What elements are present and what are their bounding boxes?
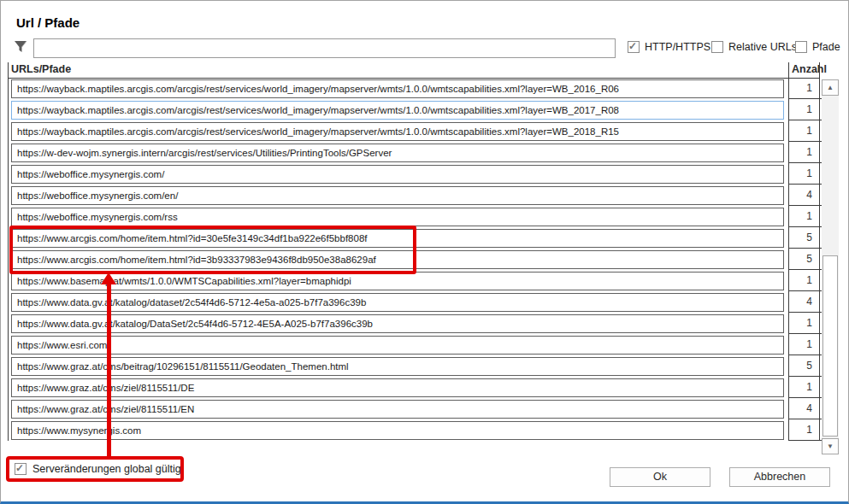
url-cell[interactable]: https://weboffice.mysynergis.com/rss bbox=[11, 208, 784, 226]
table-row[interactable]: https://www.graz.at/cms/ziel/8115511/DE1 bbox=[11, 378, 820, 397]
table-row[interactable]: https://www.basemap.at/wmts/1.0.0/WMTSCa… bbox=[11, 272, 820, 290]
filter-input[interactable] bbox=[33, 38, 616, 58]
http-https-checkbox[interactable]: ✓ bbox=[628, 41, 640, 53]
annotation-arrow-shaft bbox=[107, 284, 111, 456]
table-row[interactable]: https://weboffice.mysynergis.com/en/4 bbox=[11, 186, 820, 205]
url-cell[interactable]: https://www.graz.at/cms/ziel/8115511/DE bbox=[11, 378, 784, 397]
global-valid-checkbox[interactable]: ✓ bbox=[15, 463, 27, 475]
table-row[interactable]: https://www.graz.at/cms/beitrag/10296151… bbox=[11, 357, 820, 376]
table-left-border bbox=[8, 62, 9, 441]
http-https-label: HTTP/HTTPS bbox=[645, 41, 710, 53]
url-cell[interactable]: https://wayback.maptiles.arcgis.com/arcg… bbox=[11, 122, 784, 141]
url-cell[interactable]: https://www.graz.at/cms/beitrag/10296151… bbox=[11, 357, 784, 376]
url-cell[interactable]: https://www.data.gv.at/katalog/DataSet/2… bbox=[11, 314, 784, 333]
url-cell[interactable]: https://w-dev-wojm.synergis.intern/arcgi… bbox=[11, 144, 784, 162]
table-row[interactable]: https://weboffice.mysynergis.com/rss1 bbox=[11, 208, 820, 226]
header-divider bbox=[8, 78, 820, 79]
url-cell[interactable]: https://www.graz.at/cms/ziel/8115511/EN bbox=[11, 400, 784, 419]
url-pfade-dialog: Url / Pfade ✓ HTTP/HTTPS ✓ Relative URLs… bbox=[0, 0, 849, 504]
url-cell[interactable]: https://www.basemap.at/wmts/1.0.0/WMTSCa… bbox=[11, 272, 784, 290]
scrollbar-thumb[interactable] bbox=[822, 255, 838, 437]
pfade-label: Pfade bbox=[812, 41, 840, 53]
ok-button[interactable]: Ok bbox=[610, 467, 710, 487]
table-row[interactable]: https://www.esri.com1 bbox=[11, 336, 820, 355]
table-row[interactable]: https://wayback.maptiles.arcgis.com/arcg… bbox=[11, 122, 820, 141]
column-header-anzahl: Anzahl bbox=[792, 63, 827, 75]
url-cell[interactable]: https://wayback.maptiles.arcgis.com/arcg… bbox=[11, 79, 784, 98]
table-row[interactable]: https://weboffice.mysynergis.com/1 bbox=[11, 165, 820, 184]
table-row[interactable]: https://www.data.gv.at/katalog/dataset/2… bbox=[11, 293, 820, 312]
relative-urls-label: Relative URLs bbox=[728, 41, 797, 53]
scrollbar[interactable]: ▲ ▼ bbox=[822, 79, 839, 454]
table-row[interactable]: https://wayback.maptiles.arcgis.com/arcg… bbox=[11, 101, 820, 120]
checkbox-pfade[interactable]: ✓ Pfade bbox=[795, 41, 840, 53]
table-row[interactable]: https://www.arcgis.com/home/item.html?id… bbox=[11, 229, 820, 248]
scroll-up-icon[interactable]: ▲ bbox=[822, 79, 839, 96]
checkbox-relative-urls[interactable]: ✓ Relative URLs bbox=[711, 41, 797, 53]
relative-urls-checkbox[interactable]: ✓ bbox=[711, 41, 723, 53]
table-row[interactable]: https://w-dev-wojm.synergis.intern/arcgi… bbox=[11, 144, 820, 162]
cancel-button[interactable]: Abbrechen bbox=[729, 467, 830, 487]
global-valid-checkbox-group[interactable]: ✓ Serveränderungen global gültig bbox=[15, 463, 181, 475]
url-cell[interactable]: https://weboffice.mysynergis.com/en/ bbox=[11, 186, 784, 205]
url-cell[interactable]: https://www.esri.com bbox=[11, 336, 784, 355]
url-cell[interactable]: https://www.data.gv.at/katalog/dataset/2… bbox=[11, 293, 784, 312]
page-title: Url / Pfade bbox=[16, 15, 80, 30]
table-row[interactable]: https://wayback.maptiles.arcgis.com/arcg… bbox=[11, 79, 820, 98]
table-row[interactable]: https://www.data.gv.at/katalog/DataSet/2… bbox=[11, 314, 820, 333]
global-valid-label: Serveränderungen global gültig bbox=[32, 463, 181, 475]
table-row[interactable]: https://www.graz.at/cms/ziel/8115511/EN4 bbox=[11, 400, 820, 419]
pfade-checkbox[interactable]: ✓ bbox=[795, 41, 807, 53]
annotation-arrow-icon bbox=[101, 273, 116, 284]
scroll-down-icon[interactable]: ▼ bbox=[822, 438, 839, 454]
table-row[interactable]: https://www.mysynergis.com1 bbox=[11, 421, 820, 440]
url-cell[interactable]: https://www.arcgis.com/home/item.html?id… bbox=[11, 229, 784, 248]
filter-icon bbox=[13, 38, 30, 56]
table-row[interactable]: https://www.arcgis.com/home/item.html?id… bbox=[11, 250, 820, 269]
checkmark-icon: ✓ bbox=[15, 462, 24, 474]
url-cell[interactable]: https://weboffice.mysynergis.com/ bbox=[11, 165, 784, 184]
url-cell[interactable]: https://wayback.maptiles.arcgis.com/arcg… bbox=[11, 101, 784, 120]
url-cell[interactable]: https://www.mysynergis.com bbox=[11, 421, 784, 440]
url-cell[interactable]: https://www.arcgis.com/home/item.html?id… bbox=[11, 250, 784, 269]
checkmark-icon: ✓ bbox=[628, 40, 637, 52]
checkbox-http-https[interactable]: ✓ HTTP/HTTPS bbox=[628, 41, 710, 53]
column-header-urls: URLs/Pfade bbox=[11, 63, 71, 75]
